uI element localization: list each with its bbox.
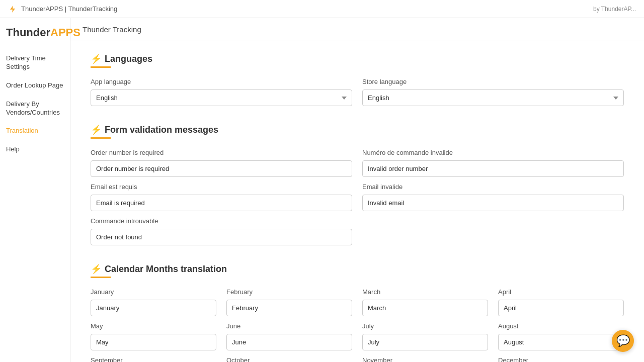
validation-col-email-required: Email est requis [91, 183, 352, 211]
validation-section: ⚡ Form validation messages Order number … [91, 124, 624, 245]
month-group-april: April [498, 288, 624, 316]
month-input-april[interactable] [498, 300, 624, 316]
sidebar-item-delivery-vendors[interactable]: Delivery By Vendors/Countries [0, 95, 70, 122]
main-content: Thunder Tracking ⚡ Languages App languag… [70, 18, 644, 362]
topbar-by: by ThunderAP... [593, 6, 636, 13]
sidebar-item-help[interactable]: Help [0, 140, 70, 159]
month-label-april: April [498, 288, 624, 296]
logo-thunder: Thunder [6, 26, 50, 39]
chat-icon: 💬 [616, 334, 630, 347]
month-label-june: June [226, 322, 352, 330]
app-language-group: App language English French Spanish Germ… [91, 78, 352, 106]
input-order-invalid[interactable] [362, 160, 624, 177]
validation-row-2: Email est requis Email invalide [91, 183, 624, 211]
validation-row-3: Commande introuvable [91, 217, 624, 245]
month-label-february: February [226, 288, 352, 296]
chat-bubble[interactable]: 💬 [612, 330, 634, 352]
month-label-october: October [226, 356, 352, 362]
svg-marker-0 [10, 6, 15, 13]
input-email-invalid[interactable] [362, 195, 624, 211]
lightning-icon-validation: ⚡ [91, 124, 102, 135]
calendar-title: ⚡ Calendar Months translation [91, 263, 624, 275]
languages-form-row: App language English French Spanish Germ… [91, 78, 624, 106]
input-email-required[interactable] [91, 195, 352, 211]
month-label-december: December [498, 356, 624, 362]
month-group-october: October [226, 356, 352, 362]
label-order-invalid: Numéro de commande invalide [362, 149, 624, 156]
thunder-logo-icon [8, 5, 17, 14]
month-group-march: March [362, 288, 488, 316]
sidebar-item-order-lookup[interactable]: Order Lookup Page [0, 76, 70, 95]
month-label-july: July [362, 322, 488, 330]
month-group-june: June [226, 322, 352, 350]
store-language-label: Store language [362, 78, 624, 85]
month-input-february[interactable] [226, 300, 352, 316]
sidebar-logo: ThunderAPPS [0, 26, 70, 49]
lightning-icon-languages: ⚡ [91, 53, 102, 64]
store-language-group: Store language English French Spanish Ge… [362, 78, 624, 106]
month-input-march[interactable] [362, 300, 488, 316]
month-input-may[interactable] [91, 334, 216, 350]
input-order-not-found[interactable] [91, 229, 352, 245]
app-language-label: App language [91, 78, 352, 85]
app-layout: ThunderAPPS Delivery Time Settings Order… [0, 18, 644, 362]
validation-col-order-required: Order number is required [91, 149, 352, 177]
label-email-required: Email est requis [91, 183, 352, 191]
month-label-september: September [91, 356, 216, 362]
month-group-may: May [91, 322, 216, 350]
app-language-select[interactable]: English French Spanish German [91, 89, 352, 106]
languages-section: ⚡ Languages App language English French … [91, 53, 624, 106]
label-email-invalid: Email invalide [362, 183, 624, 191]
validation-col-order-not-found: Commande introuvable [91, 217, 352, 245]
month-group-february: February [226, 288, 352, 316]
sidebar-nav: Delivery Time Settings Order Lookup Page… [0, 49, 70, 159]
month-group-july: July [362, 322, 488, 350]
topbar-left: ThunderAPPS | ThunderTracking [8, 5, 117, 14]
validation-col-email-invalid: Email invalide [362, 183, 624, 211]
content-area: ⚡ Languages App language English French … [70, 41, 644, 362]
month-group-january: January [91, 288, 216, 316]
input-order-required[interactable] [91, 160, 352, 177]
month-label-august: August [498, 322, 624, 330]
languages-underline [91, 66, 111, 68]
label-order-required: Order number is required [91, 149, 352, 156]
logo-text: ThunderAPPS [6, 26, 80, 39]
month-input-january[interactable] [91, 300, 216, 316]
page-header: Thunder Tracking [70, 18, 644, 41]
sidebar: ThunderAPPS Delivery Time Settings Order… [0, 18, 70, 362]
month-group-december: December [498, 356, 624, 362]
month-label-march: March [362, 288, 488, 296]
month-label-january: January [91, 288, 216, 296]
validation-col-order-invalid: Numéro de commande invalide [362, 149, 624, 177]
month-group-august: August [498, 322, 624, 350]
sidebar-item-translation[interactable]: Translation [0, 122, 70, 140]
month-group-september: September [91, 356, 216, 362]
month-input-june[interactable] [226, 334, 352, 350]
calendar-underline [91, 277, 111, 278]
validation-title-text: Form validation messages [105, 125, 218, 135]
validation-title: ⚡ Form validation messages [91, 124, 624, 135]
month-group-november: November [362, 356, 488, 362]
topbar: ThunderAPPS | ThunderTracking by Thunder… [0, 0, 644, 18]
label-order-not-found: Commande introuvable [91, 217, 352, 225]
month-input-august[interactable] [498, 334, 624, 350]
calendar-section: ⚡ Calendar Months translation January Fe… [91, 263, 624, 362]
languages-title: ⚡ Languages [91, 53, 624, 64]
month-label-november: November [362, 356, 488, 362]
calendar-title-text: Calendar Months translation [105, 264, 227, 275]
months-grid: January February March Apr [91, 288, 624, 362]
validation-row-1: Order number is required Numéro de comma… [91, 149, 624, 177]
sidebar-item-delivery-time[interactable]: Delivery Time Settings [0, 49, 70, 76]
validation-underline [91, 137, 111, 139]
month-input-july[interactable] [362, 334, 488, 350]
month-label-may: May [91, 322, 216, 330]
lightning-icon-calendar: ⚡ [91, 263, 102, 275]
topbar-app-name: ThunderAPPS | ThunderTracking [21, 5, 117, 13]
store-language-select[interactable]: English French Spanish German [362, 89, 624, 106]
languages-title-text: Languages [105, 54, 152, 64]
